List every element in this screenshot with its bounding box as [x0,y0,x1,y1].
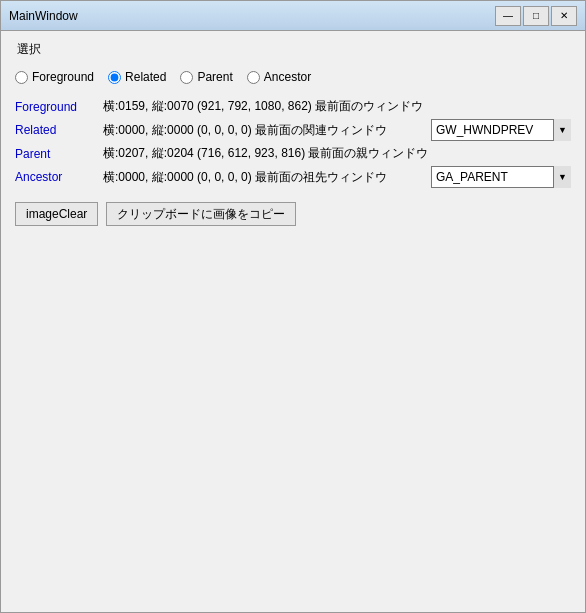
close-button[interactable]: ✕ [551,6,577,26]
copy-clipboard-button[interactable]: クリップボードに画像をコピー [106,202,296,226]
radio-ancestor-input[interactable] [247,71,260,84]
related-dropdown-wrapper: GW_HWNDPREV GW_HWNDNEXT GW_HWNDFIRST GW_… [431,119,571,141]
table-row: Foreground 横:0159, 縦:0070 (921, 792, 108… [15,98,571,115]
radio-parent[interactable]: Parent [180,70,232,84]
ancestor-dropdown[interactable]: GA_PARENT GA_ROOT GA_ROOTOWNER [431,166,571,188]
info-table: Foreground 横:0159, 縦:0070 (921, 792, 108… [9,94,577,192]
ancestor-dropdown-wrapper: GA_PARENT GA_ROOT GA_ROOTOWNER ▼ [431,166,571,188]
table-row: Related 横:0000, 縦:0000 (0, 0, 0, 0) 最前面の… [15,119,571,141]
table-row: Ancestor 横:0000, 縦:0000 (0, 0, 0, 0) 最前面… [15,166,571,188]
radio-ancestor-label: Ancestor [264,70,311,84]
ancestor-label: Ancestor [15,170,95,184]
foreground-label: Foreground [15,100,95,114]
action-row: imageClear クリップボードに画像をコピー [9,198,577,230]
window-content: 選択 Foreground Related Parent Ancestor [1,31,585,612]
maximize-button[interactable]: □ [523,6,549,26]
minimize-button[interactable]: — [495,6,521,26]
radio-ancestor[interactable]: Ancestor [247,70,311,84]
radio-foreground-input[interactable] [15,71,28,84]
radio-related[interactable]: Related [108,70,166,84]
radio-parent-label: Parent [197,70,232,84]
radio-foreground[interactable]: Foreground [15,70,94,84]
table-row: Parent 横:0207, 縦:0204 (716, 612, 923, 81… [15,145,571,162]
window-controls: — □ ✕ [495,6,577,26]
radio-foreground-label: Foreground [32,70,94,84]
related-dropdown[interactable]: GW_HWNDPREV GW_HWNDNEXT GW_HWNDFIRST GW_… [431,119,571,141]
related-label: Related [15,123,95,137]
radio-related-label: Related [125,70,166,84]
title-bar: MainWindow — □ ✕ [1,1,585,31]
window-title: MainWindow [9,9,78,23]
main-window: MainWindow — □ ✕ 選択 Foreground Related P… [0,0,586,613]
ancestor-value: 横:0000, 縦:0000 (0, 0, 0, 0) 最前面の祖先ウィンドウ [103,169,423,186]
radio-parent-input[interactable] [180,71,193,84]
related-value: 横:0000, 縦:0000 (0, 0, 0, 0) 最前面の関連ウィンドウ [103,122,423,139]
menu-item-select[interactable]: 選択 [13,41,45,57]
menu-bar: 選択 [9,39,577,60]
image-clear-button[interactable]: imageClear [15,202,98,226]
foreground-value: 横:0159, 縦:0070 (921, 792, 1080, 862) 最前面… [103,98,571,115]
parent-value: 横:0207, 縦:0204 (716, 612, 923, 816) 最前面の… [103,145,571,162]
parent-label: Parent [15,147,95,161]
radio-group: Foreground Related Parent Ancestor [9,66,577,88]
radio-related-input[interactable] [108,71,121,84]
